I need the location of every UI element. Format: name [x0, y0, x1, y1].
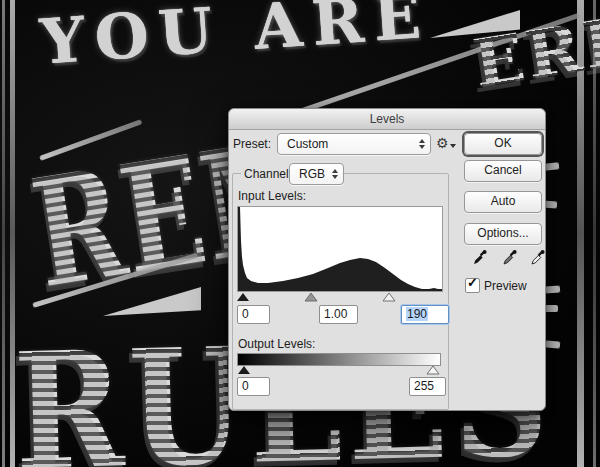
preset-dropdown[interactable]: Custom [277, 133, 431, 155]
input-midtone-slider[interactable] [304, 292, 318, 302]
histogram [237, 206, 443, 292]
preview-checkbox[interactable]: ✓ [465, 278, 480, 293]
artwork-text-you-are: YOU ARE [38, 0, 433, 79]
gray-point-eyedropper-icon [502, 249, 518, 266]
preset-label: Preset: [233, 137, 271, 151]
output-gradient-bar [237, 353, 441, 366]
checkmark-icon: ✓ [467, 275, 478, 290]
channel-label: Channel: [241, 167, 295, 181]
options-button[interactable]: Options... [464, 223, 542, 245]
ok-button[interactable]: OK [464, 133, 542, 155]
white-point-eyedropper-button[interactable] [530, 249, 546, 266]
cancel-button[interactable]: Cancel [464, 160, 542, 182]
chalk-fragment [545, 340, 561, 348]
selected-text: 190 [406, 307, 428, 321]
stepper-icon [419, 139, 425, 149]
dialog-title: Levels [370, 112, 405, 126]
channel-value: RGB [299, 164, 325, 184]
preset-value: Custom [287, 134, 328, 154]
gear-menu-triangle-icon [450, 144, 456, 148]
dialog-titlebar[interactable]: Levels [229, 109, 545, 130]
white-point-eyedropper-icon [530, 249, 546, 266]
chalkboard-artwork: YOU ARE ERED REM RULES Levels Preset: Cu… [0, 0, 600, 467]
channel-dropdown[interactable]: RGB [289, 163, 344, 185]
auto-button[interactable]: Auto [464, 191, 542, 213]
input-midtone-field[interactable]: 1.00 [319, 305, 358, 324]
stepper-icon [332, 169, 338, 179]
output-shadow-slider[interactable] [237, 365, 251, 375]
input-shadow-field[interactable]: 0 [237, 305, 270, 324]
preset-options-gear-icon[interactable]: ⚙ [436, 135, 456, 151]
gray-point-eyedropper-button[interactable] [502, 249, 518, 266]
chalk-fragment [545, 285, 560, 293]
levels-dialog: Levels Preset: Custom ⚙ OK Cancel Auto O… [228, 108, 546, 411]
output-shadow-field[interactable]: 0 [237, 377, 270, 396]
output-levels-label: Output Levels: [238, 337, 315, 351]
output-highlight-field[interactable]: 255 [409, 377, 446, 396]
chalk-fragment [544, 162, 560, 171]
preview-checkbox-row[interactable]: ✓ Preview [465, 277, 545, 293]
input-levels-label: Input Levels: [238, 189, 306, 203]
black-point-eyedropper-button[interactable] [472, 249, 488, 266]
histogram-plot [238, 207, 442, 291]
output-highlight-slider[interactable] [426, 365, 440, 375]
frame-line-left-outer [2, 0, 5, 467]
input-shadow-slider[interactable] [236, 292, 250, 302]
input-highlight-slider[interactable] [382, 292, 396, 302]
preview-label: Preview [484, 279, 527, 293]
black-point-eyedropper-icon [472, 249, 488, 266]
input-highlight-field[interactable]: 190 [401, 305, 449, 324]
